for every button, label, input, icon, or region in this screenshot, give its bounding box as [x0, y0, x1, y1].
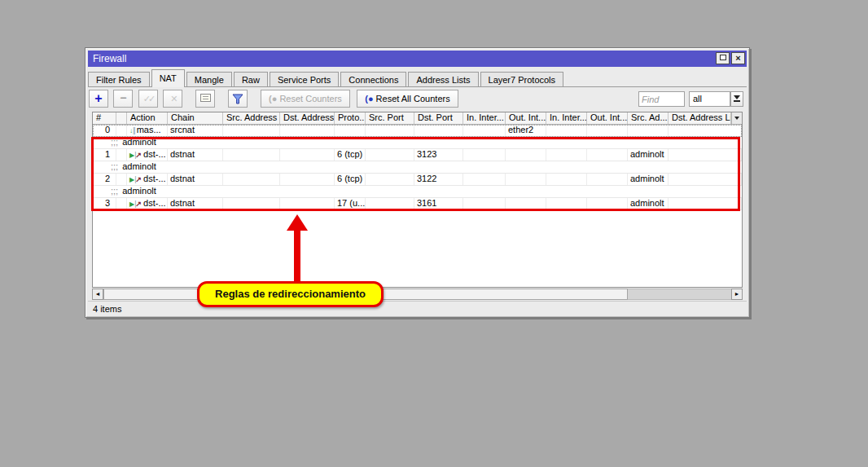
action-label: dst-...	[143, 149, 166, 159]
comment-row[interactable]: ;;;adminolt	[93, 161, 742, 174]
filter-icon	[232, 94, 243, 105]
comment-prefix: ;;;	[111, 137, 118, 147]
items-count: 4 items	[93, 304, 121, 314]
column-header-dst-address-list: Dst. Address Lis...	[669, 112, 731, 124]
minus-icon: −	[120, 91, 126, 104]
titlebar[interactable]: Firewall ×	[88, 51, 747, 67]
comment-text: adminolt	[122, 186, 156, 196]
maximize-button[interactable]	[716, 52, 730, 64]
action-label: mas...	[137, 125, 161, 134]
tab-filter-rules[interactable]: Filter Rules	[88, 72, 150, 87]
disable-button[interactable]: ✕	[163, 90, 182, 108]
horizontal-scrollbar: ◄ ►	[92, 289, 743, 300]
plus-icon: +	[94, 91, 102, 105]
tabstrip: Filter Rules NAT Mangle Raw Service Port…	[88, 69, 747, 87]
column-header-in-interface: In. Inter...	[463, 112, 506, 124]
masquerade-icon: ↓||	[129, 125, 135, 136]
comment-text: adminolt	[122, 161, 156, 171]
column-header-src-port: Src. Port	[366, 112, 414, 124]
reset-all-counters-button[interactable]: (●Reset All Counters	[357, 90, 458, 108]
find-input[interactable]	[638, 91, 685, 107]
maximize-icon	[720, 55, 726, 60]
column-header-dst-address: Dst. Address	[280, 112, 335, 124]
comment-row[interactable]: ;;;adminolt	[93, 137, 742, 149]
add-button[interactable]: +	[89, 90, 108, 108]
tab-mangle[interactable]: Mangle	[186, 72, 232, 87]
comment-text: adminolt	[122, 137, 156, 147]
chevron-down-icon	[734, 117, 739, 120]
tab-nat[interactable]: NAT	[151, 69, 185, 87]
action-label: dst-...	[143, 174, 166, 183]
window-title: Firewall	[93, 53, 126, 64]
dst-nat-icon: ▶|↗	[129, 149, 142, 161]
tab-service-ports[interactable]: Service Ports	[270, 72, 339, 87]
nat-rules-table: # Action Chain Src. Address Dst. Address…	[92, 112, 743, 288]
enable-button[interactable]: ✓✓	[138, 90, 158, 108]
action-label: dst-...	[143, 198, 166, 208]
close-button[interactable]: ×	[731, 52, 745, 64]
reset-all-counters-icon: (●	[365, 94, 373, 104]
tab-layer7-protocols[interactable]: Layer7 Protocols	[480, 72, 564, 87]
annotation-arrow-head	[287, 214, 308, 231]
table-row-2[interactable]: 2 ▶|↗dst-... dstnat 6 (tcp) 3122 adminol…	[93, 174, 742, 186]
column-header-chain: Chain	[168, 112, 223, 124]
table-header: # Action Chain Src. Address Dst. Address…	[93, 112, 742, 125]
tab-address-lists[interactable]: Address Lists	[408, 72, 478, 87]
remove-button[interactable]: −	[113, 90, 133, 108]
column-header-flags	[116, 112, 127, 124]
chevron-down-icon	[734, 95, 740, 99]
tab-raw[interactable]: Raw	[234, 72, 268, 87]
comment-prefix: ;;;	[111, 186, 118, 196]
annotation-callout: Reglas de redireccionamiento	[197, 281, 384, 307]
firewall-window: Firewall × Filter Rules NAT Mangle Raw S…	[85, 47, 750, 318]
toolbar: + − ✓✓ ✕ (●Reset Counters (●Reset All Co…	[89, 90, 746, 109]
enable-icon: ✓✓	[143, 94, 153, 104]
scroll-left-button[interactable]: ◄	[92, 289, 103, 300]
column-header-in-interface-list: In. Inter...	[546, 112, 587, 124]
scrollbar-track[interactable]	[628, 289, 731, 300]
table-row-0[interactable]: 0 ↓||mas... srcnat ether2	[93, 125, 742, 137]
column-header-number: #	[93, 112, 116, 124]
table-row-1[interactable]: 1 ▶|↗dst-... dstnat 6 (tcp) 3123 adminol…	[93, 149, 742, 161]
comment-prefix: ;;;	[111, 161, 118, 171]
close-icon: ×	[735, 53, 740, 63]
tab-connections[interactable]: Connections	[340, 72, 406, 87]
filter-dropdown-button[interactable]	[730, 91, 743, 107]
filter-button[interactable]	[228, 90, 248, 108]
column-header-src-address: Src. Address	[223, 112, 280, 124]
reset-counters-button[interactable]: (●Reset Counters	[261, 90, 350, 108]
table-row-3[interactable]: 3 ▶|↗dst-... dstnat 17 (u... 3161 admino…	[93, 198, 742, 210]
dst-nat-icon: ▶|↗	[129, 198, 142, 209]
column-options-button[interactable]	[731, 112, 742, 124]
column-header-out-interface-list: Out. Int...	[587, 112, 628, 124]
column-header-out-interface: Out. Int...	[506, 112, 546, 124]
dst-nat-icon: ▶|↗	[129, 174, 142, 185]
comment-row[interactable]: ;;;adminolt	[93, 186, 742, 198]
disable-icon: ✕	[170, 94, 175, 104]
scroll-right-icon: ►	[734, 291, 740, 297]
column-header-protocol: Proto...	[335, 112, 366, 124]
column-header-action: Action	[127, 112, 168, 124]
column-header-dst-port: Dst. Port	[414, 112, 463, 124]
comment-icon	[200, 94, 211, 102]
status-bar: 4 items	[88, 301, 747, 316]
comment-button[interactable]	[195, 90, 215, 108]
scroll-right-button[interactable]: ►	[731, 289, 743, 300]
filter-dropdown[interactable]: all	[689, 91, 730, 107]
annotation-arrow-shaft	[294, 229, 300, 282]
column-header-src-address-list: Src. Ad...	[628, 112, 669, 124]
scroll-left-icon: ◄	[95, 291, 101, 297]
reset-counters-icon: (●	[269, 94, 277, 104]
